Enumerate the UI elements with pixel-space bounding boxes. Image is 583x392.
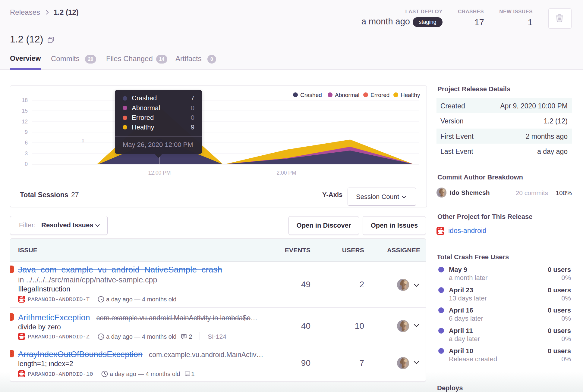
svg-text:6: 6 xyxy=(25,140,28,146)
svg-text:15: 15 xyxy=(22,108,28,114)
svg-text:0: 0 xyxy=(82,138,84,143)
svg-text:2:00 PM: 2:00 PM xyxy=(276,170,296,176)
svg-text:0: 0 xyxy=(25,161,28,167)
svg-text:18: 18 xyxy=(22,97,28,103)
svg-text:12:00 PM: 12:00 PM xyxy=(148,170,171,176)
svg-text:12: 12 xyxy=(22,119,28,125)
svg-text:3: 3 xyxy=(25,151,28,157)
svg-text:9: 9 xyxy=(25,129,28,135)
